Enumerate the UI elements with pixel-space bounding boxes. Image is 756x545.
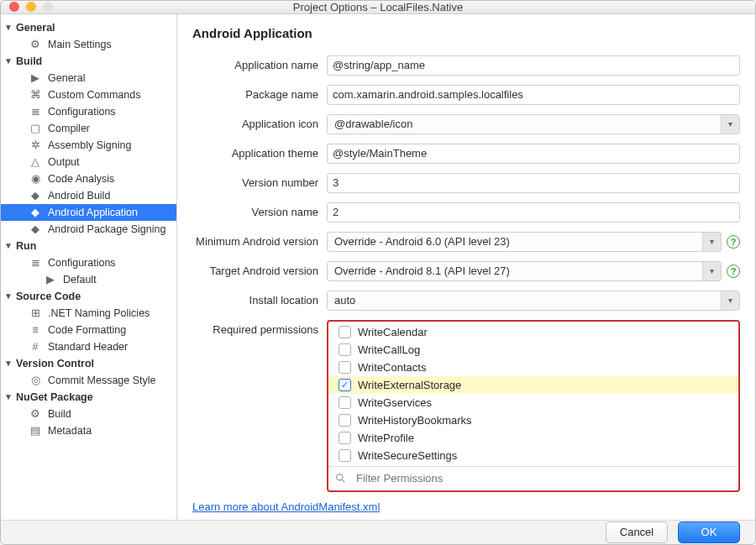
permission-item[interactable]: WriteCallLog	[328, 341, 738, 359]
list-icon: ≣	[29, 257, 41, 269]
sidebar-category-label: Version Control	[16, 358, 94, 369]
permission-item[interactable]: WriteCalendar	[328, 323, 738, 341]
sidebar-item-label: Assembly Signing	[48, 139, 131, 151]
sidebar[interactable]: ▼General⚙Main Settings▼Build▶General⌘Cus…	[1, 14, 177, 520]
help-icon[interactable]: ?	[727, 235, 740, 249]
permission-label: WriteHistoryBookmarks	[358, 414, 472, 427]
dialog-window: Project Options – LocalFiles.Native ▼Gen…	[0, 0, 756, 545]
sidebar-item[interactable]: ▶General	[1, 70, 176, 86]
sidebar-item-label: Code Formatting	[48, 324, 126, 336]
install-location-select[interactable]: auto ▾	[327, 291, 740, 311]
sidebar-category[interactable]: ▼Version Control	[1, 355, 176, 372]
permission-item[interactable]: WriteSecureSettings	[328, 447, 738, 464]
version-number-label: Version number	[177, 173, 327, 189]
terminal-icon: ⌘	[29, 89, 41, 101]
target-android-select[interactable]: Override - Android 8.1 (API level 27) ▾	[327, 261, 722, 281]
permissions-list[interactable]: WriteCalendarWriteCallLogWriteContacts✓W…	[328, 322, 738, 466]
disclose-icon: ▼	[4, 241, 14, 250]
version-name-label: Version name	[177, 202, 327, 218]
sidebar-item[interactable]: ◆Android Application	[1, 204, 176, 221]
tag-icon: ⊞	[29, 307, 41, 319]
permission-item[interactable]: WriteProfile	[328, 429, 738, 447]
sidebar-item[interactable]: ◆Android Package Signing	[1, 221, 176, 238]
learn-more-link[interactable]: Learn more about AndroidManifest.xml	[177, 495, 380, 513]
permission-label: WriteCalendar	[358, 326, 428, 338]
sidebar-item[interactable]: ⚙Build	[1, 406, 176, 422]
checkbox-icon[interactable]	[339, 414, 351, 427]
sidebar-item[interactable]: ◆Android Build	[1, 187, 176, 204]
sidebar-category-label: Source Code	[16, 291, 81, 302]
help-icon[interactable]: ?	[727, 265, 740, 278]
svg-point-0	[337, 474, 343, 480]
checkbox-icon[interactable]	[339, 396, 351, 409]
application-name-input[interactable]	[327, 55, 740, 76]
sidebar-item[interactable]: ≡Code Formatting	[1, 322, 176, 338]
permissions-filter-input[interactable]	[351, 469, 732, 488]
package-name-input[interactable]	[327, 85, 740, 105]
sidebar-item[interactable]: ≣Configurations	[1, 254, 176, 271]
application-icon-select[interactable]: @drawable/icon ▾	[327, 114, 740, 134]
sidebar-item[interactable]: #Standard Header	[1, 338, 176, 355]
sidebar-item-label: Configurations	[48, 106, 116, 118]
checkbox-icon[interactable]	[339, 343, 351, 356]
version-number-input[interactable]	[327, 173, 740, 193]
sidebar-item-label: Commit Message Style	[48, 375, 156, 386]
sidebar-item[interactable]: △Output	[1, 154, 176, 170]
version-name-input[interactable]	[327, 202, 740, 223]
sidebar-category-label: Build	[16, 55, 42, 67]
sidebar-category[interactable]: ▼Source Code	[1, 288, 176, 305]
sidebar-category[interactable]: ▼Build	[1, 53, 176, 70]
sidebar-item[interactable]: ⚙Main Settings	[1, 36, 176, 53]
content-panel: Android Application Application name Pac…	[177, 14, 755, 520]
sidebar-item[interactable]: ✲Assembly Signing	[1, 137, 176, 154]
sidebar-item[interactable]: ◉Code Analysis	[1, 170, 176, 187]
sidebar-item-label: Default	[63, 274, 97, 286]
checkbox-icon[interactable]	[339, 432, 351, 444]
format-icon: ≡	[29, 324, 41, 336]
application-theme-input[interactable]	[327, 144, 740, 164]
permission-label: WriteSecureSettings	[358, 449, 457, 462]
bug-icon: ◉	[29, 173, 41, 185]
sidebar-item-label: Android Application	[48, 207, 138, 218]
sidebar-item[interactable]: ⊞.NET Naming Policies	[1, 305, 176, 322]
checkbox-icon[interactable]	[339, 449, 351, 462]
permissions-filter	[328, 466, 738, 490]
checkbox-icon[interactable]	[339, 361, 351, 374]
permission-label: WriteProfile	[358, 432, 414, 444]
sidebar-item[interactable]: ≣Configurations	[1, 103, 176, 120]
permission-item[interactable]: ✓WriteExternalStorage	[328, 376, 738, 394]
min-android-select[interactable]: Override - Android 6.0 (API level 23) ▾	[327, 232, 722, 252]
application-theme-label: Application theme	[177, 144, 327, 160]
cancel-button[interactable]: Cancel	[606, 521, 668, 543]
sidebar-item[interactable]: ▢Compiler	[1, 120, 176, 137]
application-icon-label: Application icon	[177, 114, 327, 130]
key-icon: ✲	[29, 139, 41, 151]
sidebar-item[interactable]: ⌘Custom Commands	[1, 86, 176, 103]
play-icon: ▶	[29, 72, 41, 84]
sidebar-category[interactable]: ▼Run	[1, 238, 176, 254]
ok-button[interactable]: OK	[678, 521, 740, 543]
sidebar-item-label: General	[48, 72, 85, 84]
chevron-down-icon: ▾	[702, 262, 721, 280]
window-title: Project Options – LocalFiles.Native	[1, 1, 755, 13]
output-icon: △	[29, 156, 41, 168]
permission-label: WriteGservices	[358, 396, 432, 409]
sidebar-item-label: Main Settings	[48, 39, 112, 50]
permission-item[interactable]: WriteContacts	[328, 359, 738, 376]
permission-item[interactable]: WriteGservices	[328, 394, 738, 411]
checkbox-icon[interactable]: ✓	[339, 379, 351, 391]
sidebar-item[interactable]: ▤Metadata	[1, 422, 176, 439]
sidebar-item-label: Compiler	[48, 123, 90, 134]
checkbox-icon[interactable]	[339, 326, 351, 338]
header-icon: #	[29, 341, 41, 353]
sidebar-category[interactable]: ▼NuGet Package	[1, 389, 176, 406]
titlebar: Project Options – LocalFiles.Native	[1, 1, 755, 14]
sidebar-category-label: Run	[16, 240, 36, 252]
sidebar-category[interactable]: ▼General	[1, 19, 176, 36]
sidebar-subitem[interactable]: ▶Default	[1, 271, 176, 288]
sidebar-item-label: .NET Naming Policies	[48, 307, 150, 319]
permission-item[interactable]: WriteHistoryBookmarks	[328, 411, 738, 429]
install-location-label: Install location	[177, 291, 327, 307]
sidebar-item-label: Metadata	[48, 425, 92, 437]
sidebar-item[interactable]: ◎Commit Message Style	[1, 372, 176, 389]
